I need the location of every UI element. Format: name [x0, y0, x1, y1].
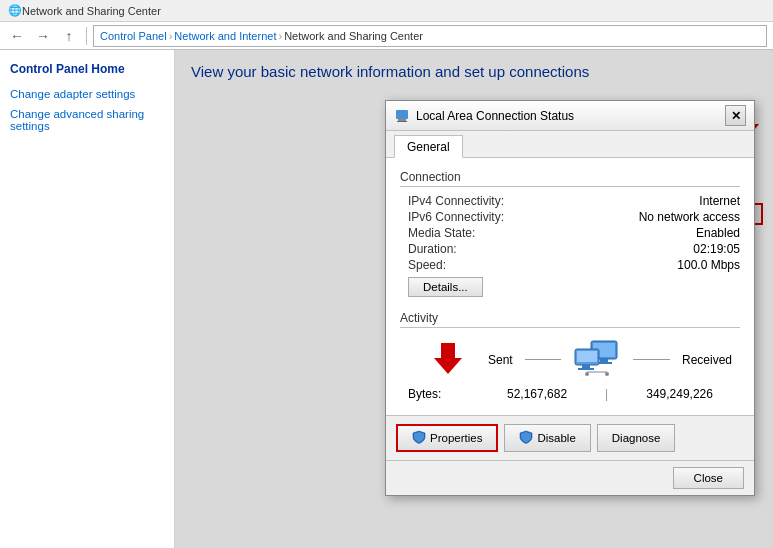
connection-status-dialog: Local Area Connection Status ✕ General C… [385, 100, 755, 496]
svg-rect-9 [582, 365, 590, 368]
duration-row: Duration: 02:19:05 [400, 241, 740, 257]
network-computers-icon [573, 338, 621, 381]
close-button[interactable]: Close [673, 467, 744, 489]
properties-shield-icon [412, 430, 426, 446]
sidebar: Control Panel Home Change adapter settin… [0, 50, 175, 548]
dialog-titlebar: Local Area Connection Status ✕ [386, 101, 754, 131]
address-bar: ← → ↑ Control Panel › Network and Intern… [0, 22, 773, 50]
forward-button[interactable]: → [32, 25, 54, 47]
dialog-body: Connection IPv4 Connectivity: Internet I… [386, 158, 754, 415]
breadcrumb: Control Panel › Network and Internet › N… [93, 25, 767, 47]
ipv6-row: IPv6 Connectivity: No network access [400, 209, 740, 225]
speed-value: 100.0 Mbps [677, 258, 740, 272]
breadcrumb-network-internet[interactable]: Network and Internet [174, 30, 276, 42]
content-area: View your basic network information and … [175, 50, 773, 548]
duration-label: Duration: [408, 242, 457, 256]
received-bytes: 349,249,226 [646, 387, 713, 401]
media-row: Media State: Enabled [400, 225, 740, 241]
received-line [633, 359, 670, 360]
dialog-bottom-bar: Close [386, 460, 754, 495]
received-label: Received [682, 353, 732, 367]
activity-arrow-down [434, 343, 462, 374]
title-bar-icon: 🌐 [8, 4, 22, 17]
activity-section: Activity Sent [400, 311, 740, 403]
disable-shield-icon [519, 430, 533, 446]
sidebar-link-adapter[interactable]: Change adapter settings [10, 88, 164, 100]
tab-general[interactable]: General [394, 135, 463, 158]
sidebar-link-advanced[interactable]: Change advanced sharing settings [10, 108, 164, 132]
back-button[interactable]: ← [6, 25, 28, 47]
sent-label: Sent [488, 353, 513, 367]
svg-rect-2 [397, 121, 407, 122]
sent-bytes: 52,167,682 [507, 387, 567, 401]
activity-section-title: Activity [400, 311, 740, 328]
duration-value: 02:19:05 [693, 242, 740, 256]
svg-rect-0 [396, 110, 408, 119]
dialog-icon [394, 108, 410, 124]
svg-rect-10 [578, 368, 594, 370]
ipv4-value: Internet [699, 194, 740, 208]
sent-line [525, 359, 562, 360]
disable-button[interactable]: Disable [504, 424, 590, 452]
media-value: Enabled [696, 226, 740, 240]
svg-rect-1 [398, 119, 406, 121]
diagnose-button[interactable]: Diagnose [597, 424, 676, 452]
media-label: Media State: [408, 226, 475, 240]
title-bar-text: Network and Sharing Center [22, 5, 161, 17]
svg-rect-8 [577, 351, 597, 362]
svg-point-12 [605, 372, 609, 376]
dialog-title: Local Area Connection Status [416, 109, 725, 123]
breadcrumb-control-panel[interactable]: Control Panel [100, 30, 167, 42]
bytes-separator: | [605, 387, 608, 401]
connection-section: Connection IPv4 Connectivity: Internet I… [400, 170, 740, 297]
details-button[interactable]: Details... [408, 277, 483, 297]
speed-label: Speed: [408, 258, 446, 272]
ipv4-label: IPv4 Connectivity: [408, 194, 504, 208]
speed-row: Speed: 100.0 Mbps [400, 257, 740, 273]
sidebar-title: Control Panel Home [10, 62, 164, 76]
tab-strip: General [386, 131, 754, 158]
up-button[interactable]: ↑ [58, 25, 80, 47]
connection-section-title: Connection [400, 170, 740, 187]
svg-point-11 [585, 372, 589, 376]
svg-rect-5 [600, 359, 608, 362]
main-layout: Control Panel Home Change adapter settin… [0, 50, 773, 548]
dialog-close-button[interactable]: ✕ [725, 105, 746, 126]
ipv4-row: IPv4 Connectivity: Internet [400, 193, 740, 209]
breadcrumb-current: Network and Sharing Center [284, 30, 423, 42]
bytes-label-left: Bytes: [408, 387, 488, 401]
properties-button[interactable]: Properties [396, 424, 498, 452]
dialog-footer: Properties Disable Diagnose [386, 415, 754, 460]
ipv6-value: No network access [639, 210, 740, 224]
ipv6-label: IPv6 Connectivity: [408, 210, 504, 224]
title-bar: 🌐 Network and Sharing Center [0, 0, 773, 22]
